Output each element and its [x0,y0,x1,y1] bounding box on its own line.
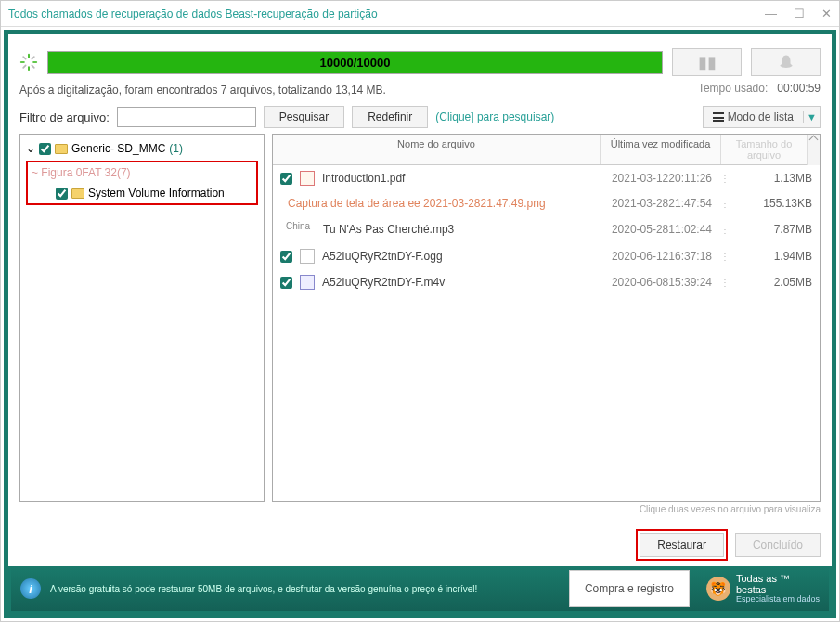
bottom-buttons: Restaurar Concluído [19,533,821,557]
file-size: 2.05MB [738,276,812,289]
row-menu-icon[interactable]: ⋮ [719,278,730,288]
tree-root-checkbox[interactable] [39,143,51,155]
tree-svi-checkbox[interactable] [56,188,68,200]
close-button[interactable]: ✕ [821,6,832,20]
info-icon: i [20,578,41,599]
stop-icon [778,54,795,71]
tm: ™ [780,573,790,584]
filter-label: Filtro de arquivo: [19,110,110,124]
col-date[interactable]: Última vez modificada [601,135,721,164]
col-name[interactable]: Nome do arquivo [273,135,601,164]
footer-text: A versão gratuita só pode restaurar 50MB… [50,584,477,594]
file-date: 2021-03-1220:11:26 [582,172,712,185]
expand-icon[interactable]: ⌄ [26,142,35,155]
folder-tree[interactable]: ⌄ Generic- SD_MMC (1) ~ Figura 0FAT 32(7… [19,134,265,502]
file-name: A52IuQRyR2tnDY-F.m4v [322,276,575,289]
time-value: 00:00:59 [777,82,821,95]
stop-button[interactable] [751,48,821,76]
pdf-icon [300,171,315,186]
file-row[interactable]: Captura de tela de área ee 2021-03-2821.… [273,191,820,215]
file-checkbox[interactable] [280,251,292,263]
file-checkbox[interactable] [280,277,292,289]
file-row[interactable]: ChinaTu N'As Pas Cherché.mp32020-05-2811… [273,215,820,243]
tree-root[interactable]: ⌄ Generic- SD_MMC (1) [20,140,264,157]
pause-button[interactable]: ▮▮ [672,48,742,76]
brand-line2: Especialista em dados [736,595,820,604]
viewmode-label: Modo de lista [728,110,794,123]
brand-icon: 🐯 [706,577,730,601]
file-row[interactable]: A52IuQRyR2tnDY-F.m4v2020-06-0815:39:24⋮2… [273,269,820,295]
done-button[interactable]: Concluído [735,533,821,557]
file-row[interactable]: Introduction1.pdf2021-03-1220:11:26⋮1.13… [273,165,820,191]
file-row[interactable]: A52IuQRyR2tnDY-F.ogg2020-06-1216:37:18⋮1… [273,243,820,269]
brand-line1a: Todas as [736,573,777,584]
file-name: Captura de tela de área ee 2021-03-2821.… [288,197,575,210]
window-title: Todos chamados de recuperação de dados B… [8,7,378,20]
file-name: A52IuQRyR2tnDY-F.ogg [322,250,575,263]
filter-row: Filtro de arquivo: Pesquisar Redefinir (… [19,106,821,128]
outer-frame: 10000/10000 ▮▮ Após a digitalização, for… [4,30,836,618]
time-row: Tempo usado: 00:00:59 [19,82,821,95]
file-date: 2020-05-2811:02:44 [582,223,712,236]
file-size: 155.13KB [738,197,812,210]
tree-root-name: Generic- SD_MMC [71,142,165,155]
tree-svi-label: System Volume Information [88,187,225,200]
scrollbar[interactable] [807,135,820,165]
progress-bar: 10000/10000 [47,51,663,74]
tree-folder-svi[interactable]: System Volume Information [28,183,256,203]
file-date: 2020-06-0815:39:24 [582,276,712,289]
file-name: Tu N'As Pas Cherché.mp3 [323,223,575,236]
restore-button[interactable]: Restaurar [640,533,724,557]
doc-icon [300,249,315,264]
file-thumbnail: China [280,221,316,238]
window-controls: — ☐ ✕ [765,6,832,20]
file-size: 1.94MB [738,250,812,263]
tree-highlight-box: ~ Figura 0FAT 32(7) System Volume Inform… [26,161,258,205]
file-date: 2021-03-2821:47:54 [582,197,712,210]
file-size: 7.87MB [738,223,812,236]
titlebar: Todos chamados de recuperação de dados B… [1,1,839,27]
file-size: 1.13MB [738,172,812,185]
main-panel: 10000/10000 ▮▮ Após a digitalização, for… [8,34,832,566]
maximize-button[interactable]: ☐ [794,6,805,20]
filter-input[interactable] [117,107,256,127]
list-icon [713,112,724,122]
progress-row: 10000/10000 ▮▮ [19,48,821,76]
row-menu-icon[interactable]: ⋮ [719,199,730,209]
row-menu-icon[interactable]: ⋮ [719,252,730,262]
footer: i A versão gratuita só pode restaurar 50… [11,566,829,611]
buy-button[interactable]: Compra e registro [569,570,690,607]
spinner-icon [19,53,38,71]
content-row: ⌄ Generic- SD_MMC (1) ~ Figura 0FAT 32(7… [19,134,821,502]
filter-hint: (Clique] para pesquisar) [435,110,554,123]
dblclick-hint: Clique duas vezes no arquivo para visual… [19,504,821,514]
col-size[interactable]: Tamanho do arquivo [721,135,807,164]
file-checkbox[interactable] [280,173,292,185]
m4v-icon [300,275,315,290]
file-list[interactable]: Introduction1.pdf2021-03-1220:11:26⋮1.13… [273,165,820,501]
chevron-down-icon: ▼ [803,111,820,123]
folder-icon [71,188,84,199]
row-menu-icon[interactable]: ⋮ [719,225,730,235]
progress-label: 10000/10000 [320,56,391,70]
folder-icon [55,144,68,154]
reset-button[interactable]: Redefinir [352,106,428,128]
brand: 🐯 Todas as ™ bestas Especialista em dado… [706,573,820,604]
tree-partition[interactable]: ~ Figura 0FAT 32(7) [28,162,256,183]
app-window: Todos chamados de recuperação de dados B… [0,0,840,622]
search-button[interactable]: Pesquisar [264,106,344,128]
file-header: Nome do arquivo Última vez modificada Ta… [273,135,807,165]
tree-root-count: (1) [169,142,183,155]
time-label: Tempo usado: [698,82,768,95]
file-date: 2020-06-1216:37:18 [582,250,712,263]
minimize-button[interactable]: — [765,6,777,20]
row-menu-icon[interactable]: ⋮ [719,174,730,184]
file-name: Introduction1.pdf [322,172,575,185]
viewmode-dropdown[interactable]: Modo de lista ▼ [703,106,821,128]
file-panel: Nome do arquivo Última vez modificada Ta… [272,134,821,502]
